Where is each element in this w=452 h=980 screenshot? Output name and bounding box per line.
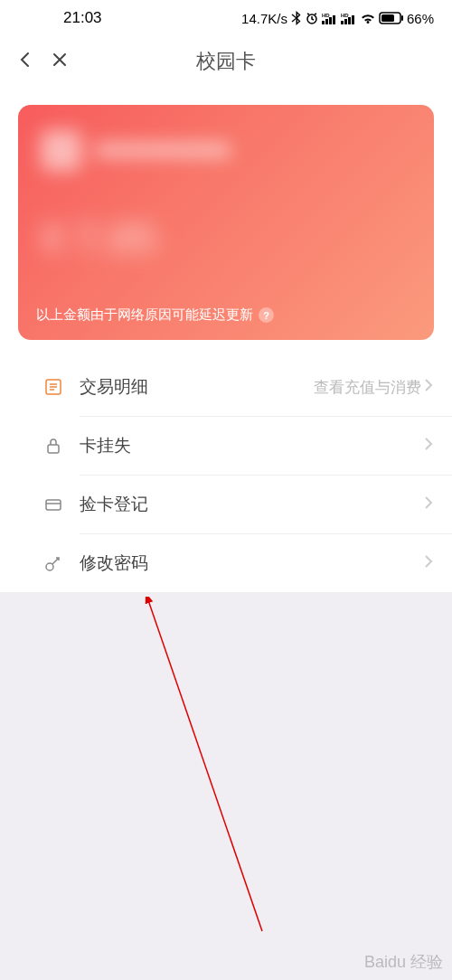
svg-rect-9 — [348, 17, 351, 24]
chevron-right-icon — [423, 495, 434, 514]
menu-label: 交易明细 — [80, 375, 314, 399]
menu-label: 修改密码 — [80, 551, 423, 575]
svg-rect-16 — [46, 500, 61, 510]
nav-bar: 校园卡 — [0, 36, 452, 87]
watermark: Baidu 经验 — [364, 951, 443, 973]
menu-sub: 查看充值与消费 — [314, 377, 421, 398]
wifi-icon — [360, 12, 376, 24]
svg-text:HD: HD — [322, 13, 330, 18]
signal-hd-icon: HD — [322, 12, 338, 24]
svg-rect-2 — [322, 21, 325, 24]
menu-item-found-card[interactable]: 捡卡登记 — [0, 476, 452, 533]
key-icon — [43, 553, 63, 573]
status-time: 21:03 — [18, 9, 102, 27]
battery-icon — [379, 12, 404, 24]
card-footer-text: 以上金额由于网络原因可能延迟更新 — [36, 306, 253, 324]
battery-percent: 66% — [407, 11, 434, 26]
bluetooth-icon — [290, 11, 302, 25]
svg-rect-15 — [48, 445, 59, 453]
menu-label: 捡卡登记 — [80, 493, 423, 516]
menu-item-report-lost[interactable]: 卡挂失 — [0, 417, 452, 475]
svg-rect-7 — [341, 21, 344, 24]
card-balance-blurred: ¥ 7.85 — [41, 213, 156, 262]
alarm-icon — [305, 11, 319, 25]
svg-rect-3 — [325, 19, 328, 24]
menu-item-transactions[interactable]: 交易明细 查看充值与消费 — [0, 358, 452, 416]
svg-point-17 — [46, 563, 53, 570]
chevron-right-icon — [423, 437, 434, 455]
svg-rect-4 — [329, 17, 332, 24]
campus-card[interactable]: ¥ 7.85 以上金额由于网络原因可能延迟更新 ? — [18, 105, 434, 340]
status-bar: 21:03 14.7K/s HD HD 66% — [0, 0, 452, 36]
content-top: ¥ 7.85 以上金额由于网络原因可能延迟更新 ? 交易明细 查看充值与消费 卡… — [0, 87, 452, 592]
back-icon[interactable] — [16, 51, 34, 72]
svg-rect-12 — [381, 14, 394, 22]
list-icon — [43, 377, 63, 397]
svg-rect-13 — [401, 15, 403, 21]
signal-hd2-icon: HD — [341, 12, 357, 24]
close-icon[interactable] — [51, 51, 69, 72]
svg-rect-5 — [333, 15, 335, 24]
card-icon — [43, 495, 63, 514]
menu-item-change-password[interactable]: 修改密码 — [0, 534, 452, 592]
menu-label: 卡挂失 — [80, 434, 423, 457]
card-footer: 以上金额由于网络原因可能延迟更新 ? — [36, 306, 416, 324]
svg-text:HD: HD — [341, 13, 349, 18]
network-speed: 14.7K/s — [241, 11, 287, 26]
card-header-blurred — [41, 127, 411, 173]
svg-line-18 — [148, 600, 262, 931]
svg-rect-10 — [352, 15, 354, 24]
annotation-arrow — [145, 597, 325, 958]
status-right: 14.7K/s HD HD 66% — [241, 11, 434, 26]
chevron-right-icon — [423, 378, 434, 396]
help-icon[interactable]: ? — [259, 307, 274, 323]
menu-section: 交易明细 查看充值与消费 卡挂失 捡卡登记 — [0, 340, 452, 592]
svg-rect-8 — [344, 19, 347, 24]
chevron-right-icon — [423, 554, 434, 572]
lock-icon — [43, 436, 63, 456]
